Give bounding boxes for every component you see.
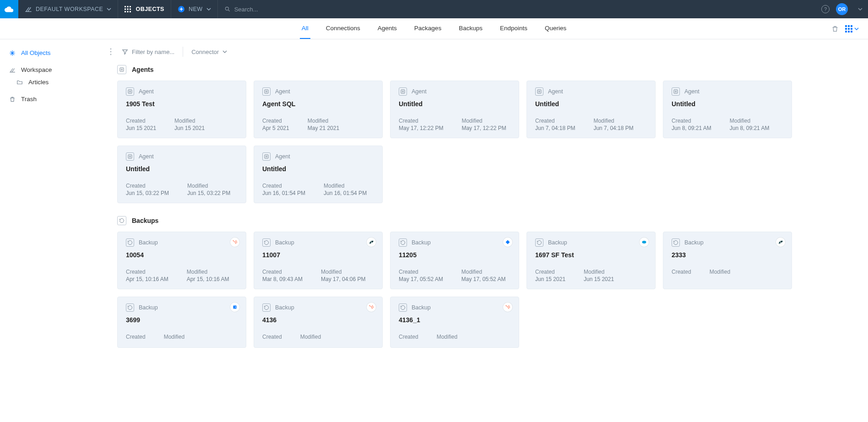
agent-icon: [262, 87, 271, 96]
card-type-label: Backup: [275, 239, 294, 246]
object-card[interactable]: AgentUntitledCreatedJun 15, 03:22 PMModi…: [117, 146, 246, 203]
help-icon[interactable]: ?: [821, 5, 830, 13]
svg-rect-12: [848, 25, 850, 27]
more-vert-icon[interactable]: [110, 48, 112, 55]
created-value: Jun 15, 03:22 PM: [126, 190, 169, 196]
avatar[interactable]: OR: [836, 3, 848, 15]
object-card[interactable]: AgentUntitledCreatedJun 16, 01:54 PMModi…: [254, 146, 383, 203]
tab-endpoints[interactable]: Endpoints: [498, 18, 529, 39]
svg-rect-25: [265, 90, 268, 93]
svg-rect-26: [401, 90, 405, 93]
grid-view-icon[interactable]: [845, 25, 859, 32]
svg-rect-18: [848, 31, 850, 32]
grid-icon: [125, 6, 131, 12]
object-card[interactable]: Backup1697 SF TestCreatedJun 15 2021Modi…: [526, 232, 656, 289]
created-value: Jun 16, 01:54 PM: [262, 190, 305, 196]
svg-point-39: [372, 305, 373, 306]
object-card[interactable]: Backup4136_1CreatedModified: [390, 297, 519, 348]
svg-rect-4: [127, 9, 129, 10]
tab-queries[interactable]: Queries: [543, 18, 568, 39]
card-title: Untitled: [535, 100, 647, 108]
card-title: Untitled: [672, 100, 783, 108]
filter-placeholder: Filter by name...: [132, 49, 174, 55]
trash-icon[interactable]: [831, 25, 839, 32]
sidebar-item-workspace[interactable]: Workspace: [6, 64, 108, 76]
svg-rect-28: [674, 90, 678, 93]
divider: [183, 47, 183, 57]
sidebar-item-articles[interactable]: Articles: [6, 76, 108, 88]
backup-icon: [262, 303, 271, 312]
object-card[interactable]: AgentUntitledCreatedJun 8, 09:21 AMModif…: [663, 81, 792, 138]
modified-label: Modified: [164, 334, 184, 340]
app-logo[interactable]: [0, 0, 18, 18]
hubspot-badge-icon: [230, 238, 239, 247]
modified-value: May 21 2021: [308, 125, 339, 131]
svg-point-32: [233, 240, 234, 241]
section-title: Backups: [132, 217, 158, 224]
connector-filter[interactable]: Connector: [191, 49, 227, 55]
section-header-agents: Agents: [117, 65, 858, 74]
modified-value: Jun 8, 09:21 AM: [730, 125, 770, 131]
svg-rect-14: [845, 28, 847, 30]
objects-nav[interactable]: OBJECTS: [118, 0, 171, 18]
object-card[interactable]: AgentUntitledCreatedJun 7, 04:18 PMModif…: [526, 81, 656, 138]
filter-by-name[interactable]: Filter by name...: [122, 49, 174, 55]
hubspot-badge-icon: [367, 303, 376, 312]
sidebar-item-label: Workspace: [21, 66, 52, 73]
card-type-label: Agent: [412, 88, 427, 95]
search-input[interactable]: [234, 6, 372, 13]
card-title: Untitled: [399, 100, 510, 108]
svg-point-34: [235, 243, 236, 244]
sidebar-item-trash[interactable]: Trash: [6, 93, 108, 105]
modified-value: Jun 16, 01:54 PM: [324, 190, 367, 196]
tab-packages[interactable]: Packages: [412, 18, 443, 39]
modified-label: Modified: [730, 118, 770, 124]
svg-point-21: [110, 51, 112, 53]
funnel-icon: [122, 49, 128, 55]
new-button[interactable]: NEW: [171, 0, 218, 18]
workspace-selector[interactable]: DEFAULT WORKSPACE: [18, 0, 118, 18]
svg-point-10: [225, 7, 228, 10]
agent-icon: [672, 87, 680, 96]
modified-label: Modified: [321, 269, 365, 275]
card-title: 11007: [262, 251, 374, 259]
tab-agents[interactable]: Agents: [376, 18, 399, 39]
object-card[interactable]: Backup4136CreatedModified: [254, 297, 383, 348]
tab-backups[interactable]: Backups: [457, 18, 484, 39]
sidebar-item-all-objects[interactable]: All Objects: [6, 47, 108, 59]
card-title: 10054: [126, 251, 238, 259]
object-card[interactable]: Backup10054CreatedApr 15, 10:16 AMModifi…: [117, 232, 246, 289]
object-card[interactable]: Backup11007CreatedMar 8, 09:43 AMModifie…: [254, 232, 383, 289]
card-title: 4136: [262, 316, 374, 324]
jira-badge-icon: [503, 238, 512, 247]
created-label: Created: [262, 334, 282, 340]
zendesk-badge-icon: [776, 238, 785, 247]
created-label: Created: [399, 334, 418, 340]
object-card[interactable]: Backup11205CreatedMay 17, 05:52 AMModifi…: [390, 232, 519, 289]
connector-label: Connector: [191, 49, 219, 55]
object-card[interactable]: Agent1905 TestCreatedJun 15 2021Modified…: [117, 81, 246, 138]
svg-rect-0: [125, 6, 126, 7]
created-label: Created: [399, 269, 443, 275]
tab-connections[interactable]: Connections: [324, 18, 362, 39]
tab-all[interactable]: All: [300, 18, 310, 39]
object-card[interactable]: Backup3699CreatedModified: [117, 297, 246, 348]
object-card[interactable]: AgentUntitledCreatedMay 17, 12:22 PMModi…: [390, 81, 519, 138]
modified-label: Modified: [593, 118, 633, 124]
object-card[interactable]: Backup2333CreatedModified: [663, 232, 792, 289]
chevron-down-icon[interactable]: [858, 7, 863, 11]
card-title: 2333: [672, 251, 783, 259]
sidebar-item-label: Trash: [21, 96, 37, 103]
created-label: Created: [535, 118, 575, 124]
created-value: Apr 15, 10:16 AM: [126, 276, 168, 282]
star-icon: [9, 50, 16, 56]
section-header-backups: Backups: [117, 216, 858, 225]
chevron-down-icon: [222, 49, 227, 54]
modified-value: May 17, 04:06 PM: [321, 276, 365, 282]
object-card[interactable]: AgentAgent SQLCreatedApr 5 2021ModifiedM…: [254, 81, 383, 138]
created-label: Created: [126, 269, 168, 275]
chevron-down-icon: [854, 27, 859, 31]
card-type-label: Backup: [412, 304, 431, 311]
modified-label: Modified: [187, 183, 230, 189]
modified-value: May 17, 12:22 PM: [461, 125, 506, 131]
